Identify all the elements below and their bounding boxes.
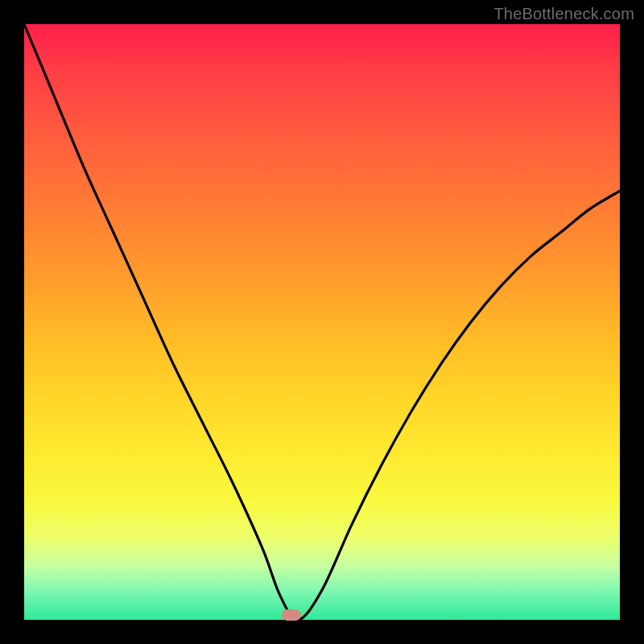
plot-area [24,24,620,620]
watermark-text: TheBottleneck.com [493,5,634,23]
chart-frame: TheBottleneck.com [0,0,644,644]
curve-svg [24,24,620,620]
optimal-point-marker [282,609,301,621]
bottleneck-curve [24,24,620,620]
